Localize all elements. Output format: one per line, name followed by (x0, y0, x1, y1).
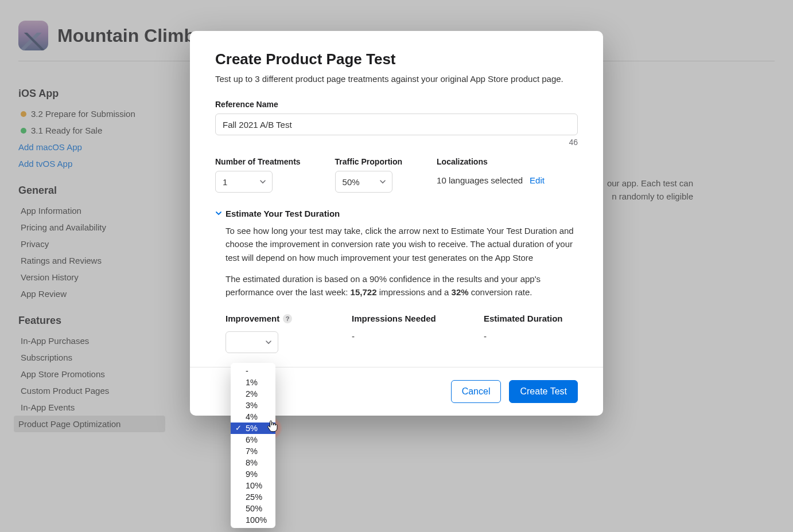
chevron-down-icon (265, 339, 272, 346)
treatments-label: Number of Treatments (215, 157, 301, 166)
modal-title: Create Product Page Test (215, 50, 578, 68)
treatments-select[interactable]: 1 (215, 171, 273, 193)
dropdown-option[interactable]: 6% (231, 434, 275, 445)
traffic-label: Traffic Proportion (335, 157, 402, 166)
improvement-dropdown: -1%2%3%4%5%6%7%8%9%10%25%50%100% (231, 363, 275, 528)
dropdown-option[interactable]: 4% (231, 411, 275, 423)
dropdown-option[interactable]: - (231, 365, 275, 377)
dropdown-option[interactable]: 25% (231, 491, 275, 503)
chevron-down-icon (215, 209, 222, 218)
dropdown-option[interactable]: 1% (231, 377, 275, 388)
impressions-needed-value: - (352, 331, 484, 341)
traffic-select[interactable]: 50% (335, 171, 392, 193)
chevron-down-icon (379, 178, 386, 185)
create-test-modal: Create Product Page Test Test up to 3 di… (190, 31, 603, 416)
localizations-text: 10 languages selected (437, 175, 523, 185)
estimate-paragraph-2: The estimated duration is based on a 90%… (226, 272, 578, 299)
traffic-value: 50% (343, 177, 360, 187)
reference-name-input[interactable] (215, 114, 578, 135)
treatments-value: 1 (223, 177, 227, 187)
dropdown-option[interactable]: 100% (231, 514, 275, 526)
modal-subtitle: Test up to 3 different product page trea… (215, 74, 578, 84)
improvement-select[interactable] (226, 331, 278, 353)
estimate-paragraph-1: To see how long your test may take, clic… (226, 224, 578, 264)
localizations-label: Localizations (437, 157, 545, 166)
help-icon[interactable]: ? (283, 314, 292, 323)
improvement-value (233, 338, 235, 347)
dropdown-option[interactable]: 7% (231, 445, 275, 457)
estimated-duration-label: Estimated Duration (484, 314, 563, 323)
dropdown-option[interactable]: 3% (231, 400, 275, 411)
reference-name-label: Reference Name (215, 100, 578, 109)
dropdown-option[interactable]: 10% (231, 480, 275, 491)
chevron-down-icon (259, 178, 266, 185)
estimate-disclosure[interactable]: Estimate Your Test Duration (215, 209, 578, 218)
modal-backdrop: Create Product Page Test Test up to 3 di… (0, 0, 793, 532)
estimate-header: Estimate Your Test Duration (226, 209, 340, 218)
dropdown-option[interactable]: 2% (231, 388, 275, 400)
dropdown-option[interactable]: 50% (231, 503, 275, 514)
create-test-button[interactable]: Create Test (509, 380, 578, 403)
impressions-needed-label: Impressions Needed (352, 314, 436, 323)
dropdown-option[interactable]: 8% (231, 457, 275, 468)
estimated-duration-value: - (484, 331, 578, 341)
localizations-edit-link[interactable]: Edit (530, 175, 545, 185)
reference-name-count: 46 (215, 138, 578, 147)
dropdown-option[interactable]: 9% (231, 468, 275, 480)
improvement-label: Improvement (226, 314, 279, 323)
dropdown-option[interactable]: 5% (231, 423, 275, 434)
cancel-button[interactable]: Cancel (451, 380, 502, 403)
